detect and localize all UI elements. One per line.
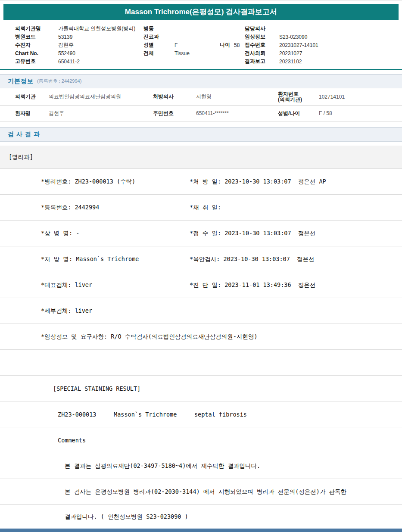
- field-value: S23-023090: [279, 34, 307, 40]
- field-label: 성별: [143, 41, 175, 49]
- field-label: 의뢰기관명: [15, 25, 58, 32]
- field-value: F: [175, 42, 220, 48]
- field-label: 검사의뢰: [245, 50, 279, 57]
- section-title: 기본정보: [8, 78, 34, 85]
- table-row: 환자명 김현주 주민번호 650411-******* 성별/나이 F / 58: [0, 106, 402, 121]
- cell-label: 주민번호: [153, 110, 196, 117]
- section-basic-info: 기본정보 (등록번호 : 2442994): [0, 74, 402, 88]
- field-label: 임상정보: [245, 33, 279, 40]
- report-line-left: *처 방 명: Masson`s Trichrome: [41, 255, 190, 263]
- field-row: 담당의사: [245, 25, 318, 33]
- report-line-right: *육안검사: 2023-10-30 13:03:07 정은선: [190, 255, 315, 263]
- department-label: [병리과]: [9, 153, 33, 161]
- field-value: 20231102: [279, 59, 302, 65]
- report-line: *등록번호: 2442994 *채 취 일:: [0, 195, 402, 221]
- report-line: 본 결과는 삼광의료재단(02-3497-5180~4)에서 재수탁한 결과입니…: [0, 453, 402, 479]
- field-value: 58: [234, 42, 240, 48]
- field-label: 병원코드: [15, 33, 58, 40]
- field-label: Chart No.: [15, 50, 58, 56]
- field-row: 병원코드 53139: [15, 33, 135, 41]
- report-line: 결과입니다. ( 인천성모병원 S23-023090 ): [0, 505, 402, 529]
- report-line-left: *대표검체: liver: [41, 281, 190, 289]
- field-value: 가톨릭대학교 인천성모병원(병리): [58, 25, 135, 32]
- report-line-left: Comments: [58, 437, 86, 444]
- report-title-bar: Masson Trichrome(은평성모) 검사결과보고서: [3, 4, 399, 20]
- cell-value: 김현주: [49, 110, 153, 117]
- report-line-right: *접 수 일: 2023-10-30 13:03:07 정은선: [190, 230, 315, 237]
- field-label: 고유번호: [15, 58, 58, 65]
- report-line-left: *등록번호: 2442994: [41, 204, 190, 212]
- cell-label: 환자번호 (의뢰기관): [278, 91, 319, 103]
- cell-value: 의료법인삼광의료재단삼광의원: [49, 93, 153, 100]
- basic-info-table: 의뢰기관 의료법인삼광의료재단삼광의원 처방의사 지현영 환자번호 (의뢰기관)…: [0, 88, 402, 121]
- field-label: 결과보고: [245, 58, 279, 65]
- field-row: 접수번호 20231027-14101: [245, 41, 318, 49]
- field-value: Tissue: [175, 50, 190, 56]
- report-line-left: ZH23-000013 Masson`s Trichrome septal fi…: [58, 411, 247, 418]
- field-label: 나이: [220, 41, 234, 49]
- field-row: 진료과: [143, 33, 240, 41]
- field-row: 의뢰기관명 가톨릭대학교 인천성모병원(병리): [15, 25, 135, 33]
- department-band: [병리과]: [0, 146, 402, 169]
- cell-label: 처방의사: [153, 93, 196, 100]
- report-line-left: *임상정보 및 요구사항: R/O 수탁검사(의료법인삼광의료재단삼광의원-지현…: [41, 333, 258, 341]
- field-value: 김현주: [58, 41, 74, 49]
- report-line-left: *상 병 명: -: [41, 230, 190, 237]
- field-label: 담당의사: [245, 25, 279, 32]
- field-label: 진료과: [143, 33, 175, 40]
- report-line-left: 결과입니다. ( 인천성모병원 S23-023090 ): [65, 513, 188, 521]
- cell-value: 지현영: [196, 93, 278, 100]
- section-test-results: 검 사 결 과: [0, 127, 402, 142]
- header-divider-rule: [0, 69, 402, 70]
- report-title: Masson Trichrome(은평성모) 검사결과보고서: [125, 7, 277, 17]
- cell-value: 102714101: [319, 94, 402, 100]
- patient-header-middle-column: 병동 진료과 성별 F 나이 58 검체 Tissue: [143, 25, 240, 57]
- field-value: 552490: [58, 50, 75, 56]
- bottom-footer-bar: [0, 529, 402, 532]
- field-value: 650411-2: [58, 59, 80, 65]
- field-label: 병동: [143, 25, 175, 32]
- report-line-right: *진 단 일: 2023-11-01 13:49:36 정은선: [190, 281, 315, 289]
- field-row: 결과보고 20231102: [245, 57, 318, 65]
- report-line-left: 본 결과는 삼광의료재단(02-3497-5180~4)에서 재수탁한 결과입니…: [65, 462, 260, 470]
- report-line: 본 검사는 은평성모병원 병리과(02-2030-3144) 에서 시행되었으며…: [0, 479, 402, 505]
- field-row: 검체 Tissue: [143, 49, 240, 57]
- field-row: 병동: [143, 25, 240, 33]
- report-line: Comments: [0, 427, 402, 453]
- field-value: 20231027: [279, 50, 302, 56]
- report-body: *병리번호: ZH23-000013 (수탁) *처 방 일: 2023-10-…: [0, 169, 402, 529]
- field-label: 검체: [143, 50, 175, 57]
- field-label: 접수번호: [245, 41, 279, 49]
- report-line-left: 본 검사는 은평성모병원 병리과(02-2030-3144) 에서 시행되었으며…: [65, 488, 346, 496]
- report-line: *임상정보 및 요구사항: R/O 수탁검사(의료법인삼광의료재단삼광의원-지현…: [0, 324, 402, 350]
- field-row: 임상정보 S23-023090: [245, 33, 318, 41]
- report-line: *상 병 명: - *접 수 일: 2023-10-30 13:03:07 정은…: [0, 221, 402, 246]
- report-line-right: *채 취 일:: [190, 204, 221, 212]
- patient-header: 의뢰기관명 가톨릭대학교 인천성모병원(병리) 병원코드 53139 수진자 김…: [0, 20, 402, 69]
- report-line-left: *세부검체: liver: [41, 307, 92, 315]
- field-value: 53139: [58, 34, 72, 40]
- cell-value: 650411-*******: [196, 110, 278, 116]
- report-line: *대표검체: liver *진 단 일: 2023-11-01 13:49:36…: [0, 272, 402, 298]
- field-row: 고유번호 650411-2: [15, 57, 135, 65]
- report-line: ZH23-000013 Masson`s Trichrome septal fi…: [0, 401, 402, 427]
- field-row: 성별 F 나이 58: [143, 41, 240, 49]
- report-line: [SPECIAL STAINING RESULT]: [0, 376, 402, 401]
- cell-label: 의뢰기관: [15, 93, 49, 100]
- section-subtitle: (등록번호 : 2442994): [37, 78, 81, 84]
- field-row: 수진자 김현주: [15, 41, 135, 49]
- table-row: 의뢰기관 의료법인삼광의료재단삼광의원 처방의사 지현영 환자번호 (의뢰기관)…: [0, 88, 402, 106]
- section-title: 검 사 결 과: [8, 131, 40, 138]
- cell-value: F / 58: [319, 110, 402, 116]
- field-row: 검사의뢰 20231027: [245, 49, 318, 57]
- report-line: [0, 350, 402, 376]
- patient-header-right-column: 담당의사 임상정보 S23-023090 접수번호 20231027-14101…: [245, 25, 318, 65]
- report-line-right: *처 방 일: 2023-10-30 13:03:07 정은선 AP: [190, 178, 326, 186]
- field-label: 수진자: [15, 41, 58, 49]
- cell-label: 성별/나이: [278, 111, 319, 116]
- cell-label: 환자명: [15, 110, 49, 117]
- report-line: *세부검체: liver: [0, 298, 402, 324]
- report-line: *처 방 명: Masson`s Trichrome *육안검사: 2023-1…: [0, 246, 402, 272]
- report-line: *병리번호: ZH23-000013 (수탁) *처 방 일: 2023-10-…: [0, 169, 402, 195]
- field-row: Chart No. 552490: [15, 49, 135, 57]
